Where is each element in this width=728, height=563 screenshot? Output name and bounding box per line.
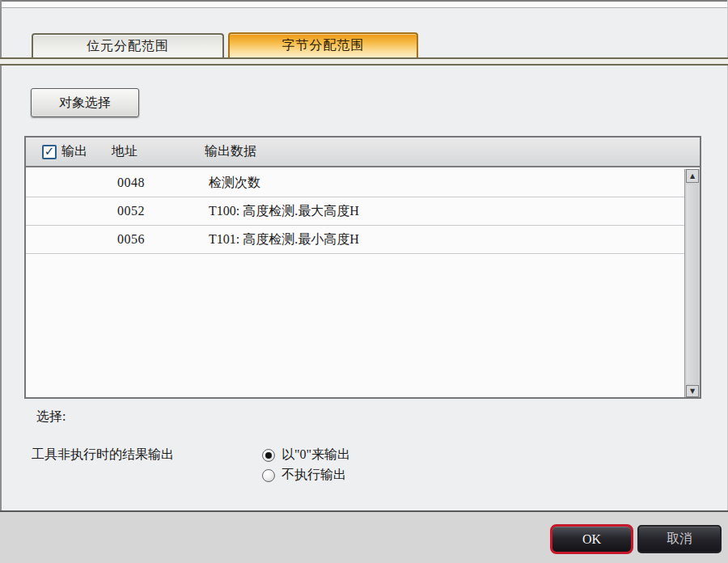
dialog-footer: OK 取消 (0, 512, 728, 563)
radio-option-output-zero[interactable]: 以"0"来输出 (262, 445, 350, 465)
check-icon: ✓ (44, 146, 55, 158)
table-body: 0048 检测次数 0052 T100: 高度检测.最大高度H 0056 T10… (26, 169, 684, 397)
byte-allocation-dialog: 位元分配范围 字节分配范围 对象选择 ✓ 输出 地址 输出数据 0048 检测次… (0, 0, 728, 563)
tab-label: 位元分配范围 (87, 38, 169, 55)
table-header-row: ✓ 输出 地址 输出数据 (26, 138, 700, 167)
cell-address: 0052 (117, 204, 145, 218)
cell-address: 0056 (117, 232, 145, 247)
scroll-down-button[interactable]: ▼ (686, 385, 699, 397)
object-select-button-label: 对象选择 (59, 95, 111, 112)
vertical-scrollbar[interactable]: ▲ ▼ (684, 169, 700, 397)
window-left-border (0, 0, 2, 512)
column-header-output: 输出 (61, 143, 87, 160)
tab-byte-allocation-range[interactable]: 字节分配范围 (228, 32, 418, 57)
cell-output-data: T100: 高度检测.最大高度H (209, 203, 359, 220)
table-row[interactable]: 0052 T100: 高度检测.最大高度H (26, 197, 684, 226)
table-row[interactable]: 0048 检测次数 (26, 169, 684, 197)
cell-output-data: T101: 高度检测.最小高度H (209, 231, 359, 248)
result-output-label: 工具非执行时的结果输出 (32, 447, 174, 464)
output-checkbox[interactable]: ✓ (42, 145, 57, 159)
output-allocation-table: ✓ 输出 地址 输出数据 0048 检测次数 0052 T100: 高度检测.最… (24, 136, 701, 399)
tab-label: 字节分配范围 (282, 37, 365, 54)
radio-button-icon (262, 449, 275, 462)
result-output-radio-group: 以"0"来输出 不执行输出 (262, 445, 350, 485)
ok-button[interactable]: OK (550, 524, 633, 554)
cell-address: 0048 (117, 176, 145, 190)
tab-bit-allocation-range[interactable]: 位元分配范围 (32, 33, 224, 58)
radio-option-label: 以"0"来输出 (281, 447, 350, 464)
object-select-button[interactable]: 对象选择 (31, 88, 139, 117)
scroll-down-icon: ▼ (690, 387, 695, 395)
radio-option-label: 不执行输出 (281, 467, 346, 484)
tab-strip-divider (0, 57, 728, 66)
selection-label: 选择: (36, 408, 66, 425)
ok-button-label: OK (582, 532, 601, 547)
scrollbar-thumb[interactable] (687, 184, 698, 383)
cancel-button[interactable]: 取消 (637, 525, 722, 553)
cell-output-data: 检测次数 (209, 175, 260, 192)
column-header-address: 地址 (112, 143, 138, 160)
column-header-output-data: 输出数据 (205, 143, 256, 160)
scroll-up-button[interactable]: ▲ (686, 169, 699, 183)
table-row[interactable]: 0056 T101: 高度检测.最小高度H (26, 226, 684, 254)
cancel-button-label: 取消 (667, 531, 692, 548)
titlebar-strip (0, 2, 728, 8)
radio-option-no-output[interactable]: 不执行输出 (262, 465, 350, 485)
radio-button-icon (262, 469, 275, 482)
scroll-up-icon: ▲ (690, 172, 695, 180)
